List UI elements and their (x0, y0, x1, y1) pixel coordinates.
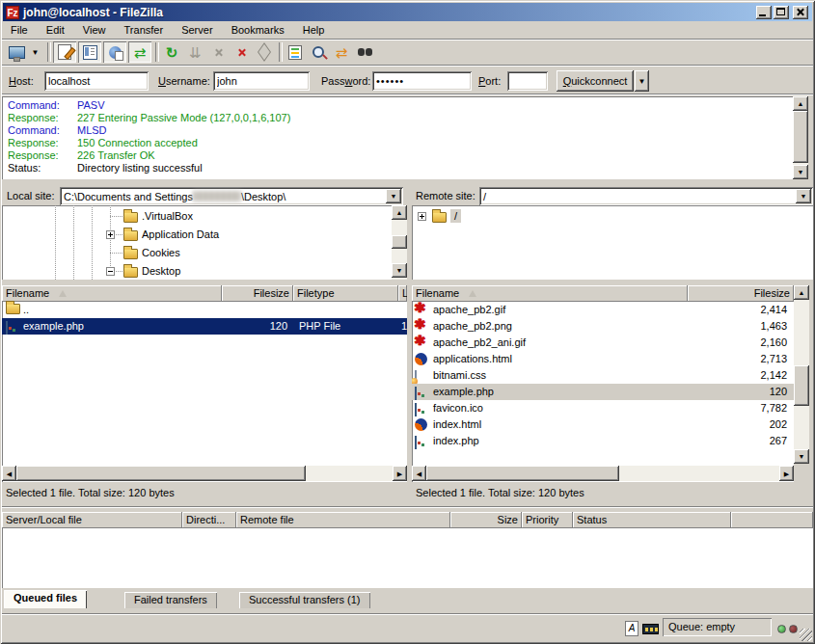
file-row[interactable]: index.html202 (412, 416, 794, 433)
column-header-filesize[interactable]: Filesize (222, 285, 293, 302)
remote-hscrollbar[interactable]: ◀ ▶ (412, 466, 794, 481)
remote-site-combo[interactable]: / ▼ (479, 187, 813, 205)
tree-item-root[interactable]: / (432, 207, 461, 226)
column-header-filename[interactable]: Filename (2, 285, 222, 302)
scroll-left-button[interactable]: ◀ (2, 466, 16, 481)
tree-item-cookies[interactable]: Cookies (123, 244, 180, 262)
queue-column-direction[interactable]: Directi... (182, 512, 236, 528)
local-hscrollbar[interactable]: ◀ ▶ (2, 466, 407, 481)
quickconnect-button[interactable]: Quickconnect (557, 70, 634, 92)
username-input[interactable] (213, 71, 310, 91)
menu-bookmarks[interactable]: Bookmarks (224, 21, 292, 39)
find-files-button[interactable] (353, 41, 376, 63)
log-scrollbar[interactable]: ▲ ▼ (793, 96, 808, 179)
filter-button[interactable] (284, 41, 307, 63)
menu-view[interactable]: View (75, 21, 114, 39)
cancel-operation-button[interactable] (206, 41, 230, 63)
toggle-queue-button[interactable]: ⇄ (128, 41, 151, 63)
tree-item-desktop[interactable]: Desktop (123, 262, 180, 280)
expand-icon[interactable] (106, 230, 115, 239)
column-header-filetype[interactable]: Filetype (293, 285, 398, 302)
tree-item-virtualbox[interactable]: .VirtualBox (123, 207, 193, 226)
file-row-selected[interactable]: example.php 120 PHP File 1 (2, 318, 407, 335)
scroll-up-button[interactable]: ▲ (794, 285, 809, 300)
column-header-filesize[interactable]: Filesize (688, 285, 794, 302)
ascii-datatype-indicator-icon[interactable]: A (625, 621, 638, 636)
tab-failed-transfers[interactable]: Failed transfers (124, 592, 217, 608)
remote-vscrollbar[interactable]: ▲ ▼ (794, 285, 809, 464)
scroll-up-button[interactable]: ▲ (392, 205, 407, 220)
file-row[interactable]: ✱apache_pb2.gif2,414 (412, 302, 794, 318)
toggle-remote-tree-button[interactable] (103, 41, 126, 63)
host-input[interactable] (44, 71, 149, 91)
menu-server[interactable]: Server (174, 21, 220, 39)
site-manager-dropdown-button[interactable]: ▼ (29, 41, 41, 63)
scroll-down-button[interactable]: ▼ (794, 449, 809, 464)
toggle-local-tree-button[interactable] (78, 41, 101, 63)
local-file-list: Filename Filesize Filetype L .. example.… (2, 285, 407, 482)
remote-site-dropdown-arrow[interactable]: ▼ (796, 189, 811, 203)
toggle-message-log-button[interactable] (53, 41, 76, 63)
file-row-parent-dir[interactable]: .. (2, 302, 407, 318)
scroll-down-button[interactable]: ▼ (392, 263, 407, 278)
menu-help[interactable]: Help (295, 21, 333, 39)
synchronized-browsing-button[interactable]: ⇄ (330, 41, 353, 63)
scroll-up-button[interactable]: ▲ (793, 96, 808, 111)
resize-grip[interactable] (800, 629, 812, 641)
refresh-button[interactable]: ↻ (160, 41, 183, 63)
file-row[interactable]: ✱apache_pb2_ani.gif2,160 (412, 335, 794, 351)
queue-column-priority[interactable]: Priority (522, 512, 573, 528)
scroll-right-button[interactable]: ▶ (779, 466, 794, 481)
maximize-button[interactable] (774, 6, 789, 19)
directory-comparison-button[interactable] (307, 41, 330, 63)
queue-column-status[interactable]: Status (573, 512, 731, 528)
menu-file[interactable]: File (3, 21, 36, 39)
file-row[interactable]: favicon.ico7,782 (412, 400, 794, 416)
menu-transfer[interactable]: Transfer (117, 21, 172, 39)
tree-item-application-data[interactable]: Application Data (123, 226, 219, 244)
scrollbar-thumb[interactable] (793, 111, 808, 163)
port-input[interactable] (507, 71, 548, 91)
local-tree-scrollbar[interactable]: ▲ ▼ (392, 205, 407, 280)
queue-status-panel: Queue: empty (663, 618, 772, 636)
webpage-file-icon (415, 403, 417, 416)
reconnect-button[interactable] (253, 41, 276, 63)
webpage-file-icon (415, 387, 417, 400)
scroll-left-button[interactable]: ◀ (412, 466, 426, 481)
scroll-down-button[interactable]: ▼ (793, 165, 808, 179)
file-row[interactable]: bitnami.css2,142 (412, 367, 794, 384)
tab-successful-transfers[interactable]: Successful transfers (1) (239, 592, 370, 608)
process-queue-button[interactable]: ⇊ (183, 41, 206, 63)
title-bar[interactable]: Fz john@localhost - FileZilla #win .winb… (3, 3, 812, 21)
scrollbar-thumb[interactable] (794, 365, 809, 406)
local-site-combo[interactable]: C:\Documents and Settings\Desktop\ ▼ (60, 187, 403, 205)
disconnect-button[interactable] (230, 41, 253, 63)
collapse-icon[interactable] (106, 267, 115, 276)
scroll-right-button[interactable]: ▶ (393, 466, 407, 481)
scrollbar-thumb[interactable] (392, 235, 407, 249)
queue-column-remote-file[interactable]: Remote file (236, 512, 450, 528)
queue-column-size[interactable]: Size (450, 512, 522, 528)
close-button[interactable]: #win .winbtn .xmark::before,#win .winbtn… (793, 6, 808, 19)
column-header-lastmodified[interactable]: L (398, 285, 407, 302)
password-input[interactable] (372, 71, 472, 91)
expand-icon[interactable] (418, 212, 426, 221)
queue-column-local-file[interactable]: Server/Local file (2, 512, 182, 528)
file-row[interactable]: index.php267 (412, 433, 794, 449)
minimize-button[interactable] (756, 6, 772, 19)
speedlimit-indicator-icon[interactable] (642, 624, 659, 634)
column-header-filename[interactable]: Filename (412, 285, 688, 302)
site-manager-button[interactable] (5, 41, 28, 63)
tree-line (116, 271, 123, 272)
file-row-selected[interactable]: example.php120 (412, 384, 794, 400)
menu-edit[interactable]: Edit (39, 21, 72, 39)
toolbar-separator (155, 42, 159, 62)
queue-column-empty[interactable] (731, 512, 813, 528)
tab-queued-files[interactable]: Queued files (4, 590, 87, 608)
scrollbar-thumb[interactable] (426, 466, 619, 481)
file-row[interactable]: ✱apache_pb2.png1,463 (412, 318, 794, 335)
file-row[interactable]: applications.html2,713 (412, 351, 794, 367)
scrollbar-thumb[interactable] (16, 466, 306, 481)
quickconnect-dropdown-button[interactable]: ▼ (635, 70, 649, 92)
local-site-dropdown-arrow[interactable]: ▼ (386, 189, 401, 203)
